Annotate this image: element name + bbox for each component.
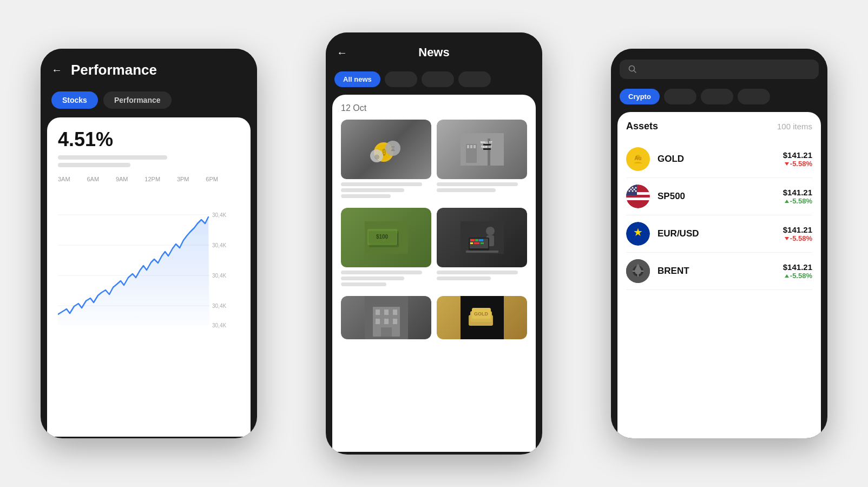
news-card-wallst: WALL ST NEW ST: [437, 120, 527, 201]
asset-name-sp500: SP500: [657, 191, 783, 202]
asset-price-col-gold: $141.21 -5.58%: [783, 150, 812, 168]
svg-point-74: [635, 190, 637, 192]
tab-crypto[interactable]: Crypto: [620, 89, 660, 104]
svg-rect-52: [384, 319, 389, 324]
svg-rect-41: [479, 239, 483, 241]
svg-rect-39: [470, 239, 475, 241]
back-arrow-icon[interactable]: ←: [51, 64, 62, 76]
tab-crypto-3[interactable]: [701, 89, 733, 104]
svg-point-69: [629, 187, 630, 189]
news-text-wallst: [437, 182, 527, 192]
news-grid-row3: GOLD: [341, 296, 527, 339]
news-date: 12 Oct: [341, 103, 527, 113]
phone3-search-area: [611, 49, 827, 85]
svg-rect-43: [474, 242, 479, 244]
phone2-title: News: [418, 45, 449, 60]
tab-all-news[interactable]: All news: [334, 71, 380, 87]
phone1-content: 4.51% 3AM 6AM 9AM 12PM 3PM 6PM: [47, 117, 251, 437]
asset-row-brent[interactable]: BRENT $141.21 -5.58%: [626, 253, 812, 290]
asset-price-eurusd: $141.21: [783, 225, 812, 234]
news-img-crypto: ₿ Ξ ◎: [341, 120, 431, 179]
phone3-content: Assets 100 items Au GOLD $141.21: [617, 112, 821, 438]
time-6am: 6AM: [87, 176, 99, 182]
svg-text:30,4K: 30,4K: [212, 273, 226, 279]
news-img-money: $ $100: [341, 208, 431, 267]
news-card-building: [341, 296, 431, 339]
asset-price-brent: $141.21: [783, 262, 812, 272]
asset-icon-eurusd: ★: [626, 222, 650, 246]
tab-crypto-2[interactable]: [664, 89, 696, 104]
phone1-tab-bar: Stocks Performance: [41, 87, 257, 117]
svg-rect-51: [376, 319, 380, 324]
phone-news: ← News All news 12 Oct ₿: [326, 32, 542, 455]
svg-rect-48: [376, 310, 380, 315]
tab-news-4[interactable]: [458, 71, 491, 87]
tab-stocks[interactable]: Stocks: [51, 91, 98, 109]
tab-news-2[interactable]: [385, 71, 417, 87]
skeleton-line-2: [58, 163, 130, 167]
assets-title: Assets: [626, 121, 658, 132]
svg-point-76: [634, 189, 635, 190]
triangle-down-eurusd: [785, 237, 789, 240]
svg-rect-18: [467, 145, 469, 148]
assets-count: 100 items: [777, 122, 812, 131]
svg-rect-67: [626, 198, 650, 200]
tab-news-3[interactable]: [422, 71, 454, 87]
asset-icon-gold: Au: [626, 147, 650, 171]
svg-rect-40: [475, 239, 478, 241]
svg-text:GOLD: GOLD: [474, 311, 488, 317]
svg-rect-24: [483, 148, 491, 150]
assets-header: Assets 100 items: [626, 121, 812, 132]
news-card-money: $ $100: [341, 208, 431, 289]
phone1-title: Performance: [71, 62, 157, 78]
svg-text:NEW ST: NEW ST: [481, 145, 491, 148]
time-9am: 9AM: [116, 176, 128, 182]
triangle-down-gold: [785, 162, 789, 166]
tab-performance[interactable]: Performance: [103, 91, 172, 109]
asset-name-eurusd: EUR/USD: [657, 228, 783, 239]
svg-text:30,4K: 30,4K: [212, 323, 226, 328]
asset-change-brent: -5.58%: [783, 272, 812, 280]
news-img-wallst: WALL ST NEW ST: [437, 120, 527, 179]
search-bar[interactable]: [620, 60, 819, 79]
phone2-back-arrow[interactable]: ←: [337, 47, 347, 59]
percentage-value: 4.51%: [58, 128, 240, 151]
chart-area: 3AM 6AM 9AM 12PM 3PM 6PM: [58, 176, 240, 338]
svg-text:30,4K: 30,4K: [212, 242, 226, 248]
asset-row-eurusd[interactable]: ★ EUR/USD $141.21 -5.58%: [626, 215, 812, 253]
asset-icon-brent: [626, 259, 650, 283]
news-card-trader: [437, 208, 527, 289]
chart-wrapper: 30,4K 30,4K 30,4K 30,4K 30,4K: [58, 185, 240, 338]
time-3pm: 3PM: [177, 176, 189, 182]
asset-row-gold[interactable]: Au GOLD $141.21 -5.58%: [626, 141, 812, 178]
svg-point-77: [627, 189, 629, 190]
asset-price-gold: $141.21: [783, 150, 812, 160]
svg-rect-20: [474, 145, 476, 148]
time-3am: 3AM: [58, 176, 70, 182]
triangle-up-brent: [785, 274, 789, 278]
news-tab-bar: All news: [326, 68, 542, 95]
phone-performance: ← Performance Stocks Performance 4.51% 3…: [41, 49, 257, 438]
news-text-crypto: [341, 182, 431, 198]
svg-text:WALL ST: WALL ST: [481, 141, 492, 144]
news-grid-row2: $ $100: [341, 208, 527, 289]
asset-price-col-sp500: $141.21 -5.58%: [783, 188, 812, 205]
svg-text:Au: Au: [634, 155, 641, 161]
phone2-content: 12 Oct ₿ Ξ ◎: [332, 95, 536, 452]
svg-rect-44: [481, 242, 484, 244]
crypto-tab-bar: Crypto: [611, 85, 827, 112]
phone2-header: ← News: [326, 32, 542, 68]
svg-text:◎: ◎: [374, 154, 379, 160]
svg-text:Ξ: Ξ: [391, 146, 394, 152]
phone-crypto: Crypto Assets 100 items Au: [611, 49, 827, 438]
screens-container: ← Performance Stocks Performance 4.51% 3…: [0, 0, 868, 487]
tab-crypto-4[interactable]: [738, 89, 770, 104]
performance-chart: 30,4K 30,4K 30,4K 30,4K 30,4K: [58, 185, 231, 336]
svg-point-70: [632, 187, 634, 189]
svg-text:30,4K: 30,4K: [212, 212, 226, 218]
news-text-money: [341, 271, 431, 286]
svg-text:$100: $100: [376, 234, 388, 240]
news-img-building: [341, 296, 431, 339]
asset-row-sp500[interactable]: SP500 $141.21 -5.58%: [626, 178, 812, 215]
asset-price-col-eurusd: $141.21 -5.58%: [783, 225, 812, 242]
